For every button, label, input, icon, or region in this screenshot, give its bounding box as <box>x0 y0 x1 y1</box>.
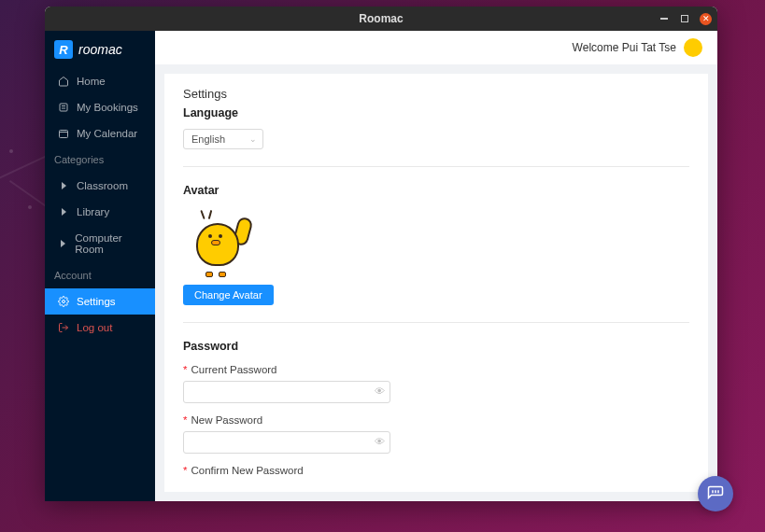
app-window: Roomac ✕ R roomac Home My Bookings My Ca… <box>45 7 717 501</box>
sidebar-item-label: Classroom <box>77 180 128 191</box>
brand-icon: R <box>54 40 73 59</box>
page-title: Settings <box>183 87 689 101</box>
language-select[interactable]: English ⌄ <box>183 129 263 149</box>
maximize-button[interactable] <box>679 13 690 24</box>
titlebar: Roomac ✕ <box>45 7 717 31</box>
window-title: Roomac <box>359 12 403 25</box>
sidebar-section-account: Account <box>45 262 155 288</box>
sidebar-item-library[interactable]: Library <box>45 199 155 225</box>
current-password-label: *Current Password <box>183 364 689 375</box>
main-area: Welcome Pui Tat Tse Settings Language En… <box>155 31 717 501</box>
avatar-image <box>183 206 252 275</box>
change-avatar-button[interactable]: Change Avatar <box>183 285 274 305</box>
new-password-label: *New Password <box>183 414 689 426</box>
sidebar-item-logout[interactable]: Log out <box>45 315 155 341</box>
current-password-input[interactable] <box>183 381 390 403</box>
language-value: English <box>191 133 225 145</box>
avatar-heading: Avatar <box>183 184 689 197</box>
confirm-password-label: *Confirm New Password <box>183 465 689 476</box>
settings-panel: Settings Language English ⌄ Avatar Chang… <box>164 74 708 492</box>
sidebar-item-calendar[interactable]: My Calendar <box>45 120 155 147</box>
sidebar-item-classroom[interactable]: Classroom <box>45 173 155 199</box>
minimize-button[interactable] <box>659 13 670 24</box>
sidebar-item-computer-room[interactable]: Computer Room <box>45 225 155 262</box>
gear-icon <box>58 296 69 307</box>
chevron-right-icon <box>58 206 69 217</box>
logout-icon <box>58 322 69 333</box>
chat-icon <box>707 485 724 502</box>
chevron-right-icon <box>58 180 69 191</box>
sidebar-item-bookings[interactable]: My Bookings <box>45 94 155 120</box>
home-icon <box>58 76 69 87</box>
svg-point-5 <box>63 301 65 303</box>
password-heading: Password <box>183 340 689 353</box>
eye-icon[interactable]: 👁 <box>375 385 385 397</box>
divider <box>183 322 689 323</box>
header-avatar[interactable] <box>684 38 702 57</box>
welcome-text: Welcome Pui Tat Tse <box>573 41 676 54</box>
new-password-input[interactable] <box>183 431 390 454</box>
close-button[interactable]: ✕ <box>700 13 712 25</box>
sidebar-item-home[interactable]: Home <box>45 68 155 94</box>
svg-rect-3 <box>60 131 68 138</box>
divider <box>183 166 689 167</box>
eye-icon[interactable]: 👁 <box>375 436 385 447</box>
chat-widget-button[interactable] <box>698 476 733 511</box>
bookings-icon <box>58 102 69 113</box>
sidebar-item-settings[interactable]: Settings <box>45 288 155 315</box>
sidebar-item-label: Computer Room <box>75 232 142 255</box>
chevron-right-icon <box>58 238 67 249</box>
sidebar-item-label: Home <box>77 76 106 87</box>
language-heading: Language <box>183 106 689 119</box>
header: Welcome Pui Tat Tse <box>155 31 717 64</box>
brand-name: roomac <box>78 42 122 57</box>
chevron-down-icon: ⌄ <box>249 134 257 144</box>
sidebar-item-label: My Calendar <box>77 128 137 139</box>
sidebar-section-categories: Categories <box>45 147 155 173</box>
sidebar-item-label: Settings <box>77 296 116 307</box>
brand[interactable]: R roomac <box>45 31 155 68</box>
sidebar-item-label: Log out <box>77 322 112 333</box>
sidebar: R roomac Home My Bookings My Calendar Ca… <box>45 31 155 501</box>
sidebar-item-label: My Bookings <box>77 102 138 113</box>
svg-rect-0 <box>60 104 67 111</box>
calendar-icon <box>58 128 69 139</box>
sidebar-item-label: Library <box>77 206 109 217</box>
